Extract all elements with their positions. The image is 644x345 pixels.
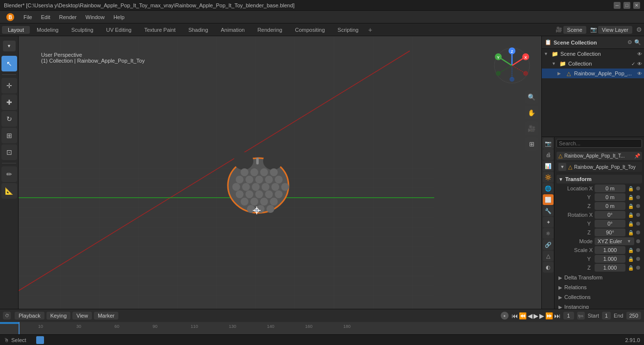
tab-sculpting[interactable]: Sculpting <box>66 26 99 34</box>
delta-transform-header[interactable]: ▶ Delta Transform <box>556 274 642 281</box>
current-frame-input[interactable]: 1 <box>563 312 574 320</box>
render-menu[interactable]: Render <box>55 13 81 21</box>
outliner-search-icon[interactable]: 🔍 <box>634 39 641 46</box>
scale-z-lock[interactable]: 🔒 <box>627 265 634 271</box>
ortho-perspective-button[interactable]: ⊞ <box>525 137 538 151</box>
view-layer-selector[interactable]: View Layer <box>598 26 632 34</box>
outliner-scene-collection[interactable]: ▼ 📁 Scene Collection 👁 <box>542 49 644 59</box>
scale-y-value[interactable]: 1.000 <box>595 255 625 263</box>
location-y-lock[interactable]: 🔒 <box>627 195 634 200</box>
scale-tool[interactable]: ⊞ <box>1 128 17 143</box>
location-z-value[interactable]: 0 m <box>595 202 625 210</box>
record-button[interactable]: ● <box>501 312 509 320</box>
scene-props-tab[interactable]: 🔆 <box>543 172 554 183</box>
outliner-rainbow-apple[interactable]: ▶ △ Rainbow_Apple_Pop_... 👁 <box>542 69 644 78</box>
particles-props-tab[interactable]: ✦ <box>543 217 554 228</box>
location-y-keyframe[interactable] <box>636 195 640 199</box>
modifier-props-tab[interactable]: 🔧 <box>543 206 554 216</box>
rotation-y-value[interactable]: 0° <box>595 220 625 228</box>
location-x-lock[interactable]: 🔒 <box>627 186 634 191</box>
output-props-tab[interactable]: 🖨 <box>543 149 554 160</box>
play-button[interactable]: ▶ <box>533 312 538 320</box>
annotate-tool[interactable]: ✏ <box>1 166 17 182</box>
file-menu[interactable]: File <box>20 13 36 21</box>
zoom-in-button[interactable]: 🔍 <box>525 90 538 104</box>
constraints-props-tab[interactable]: 🔗 <box>543 239 554 250</box>
timeline-track[interactable]: 10 30 60 90 110 130 140 160 180 <box>0 322 644 335</box>
pan-button[interactable]: ✋ <box>525 106 538 119</box>
select-tool[interactable]: ↖ <box>1 56 17 71</box>
move-tool[interactable]: ✚ <box>1 94 17 110</box>
jump-start-button[interactable]: ⏮ <box>511 312 518 320</box>
render-props-tab[interactable]: 📷 <box>543 138 554 149</box>
help-menu[interactable]: Help <box>110 13 129 21</box>
data-props-tab[interactable]: △ <box>543 251 554 261</box>
tab-rendering[interactable]: Rendering <box>251 26 288 34</box>
rainbow-apple-visible[interactable]: 👁 <box>637 71 642 76</box>
view-layer-props-tab[interactable]: 📊 <box>543 161 554 171</box>
rotation-x-lock[interactable]: 🔒 <box>627 212 634 218</box>
outliner-filter-icon[interactable]: ⚙ <box>627 39 632 46</box>
measure-tool[interactable]: 📐 <box>1 183 17 199</box>
timeline-view-menu[interactable]: View <box>72 312 92 320</box>
edit-menu[interactable]: Edit <box>37 13 54 21</box>
window-menu[interactable]: Window <box>82 13 109 21</box>
tab-animation[interactable]: Animation <box>215 26 251 34</box>
location-x-keyframe[interactable] <box>636 186 640 190</box>
scale-z-value[interactable]: 1.000 <box>595 264 625 272</box>
object-props-tab[interactable]: ⬜ <box>543 194 554 205</box>
timeline-marker-menu[interactable]: Marker <box>94 312 118 320</box>
next-frame-button[interactable]: ⏩ <box>545 312 553 320</box>
timeline-cursor[interactable] <box>19 322 20 335</box>
rotation-x-keyframe[interactable] <box>636 213 640 217</box>
world-props-tab[interactable]: 🌐 <box>543 183 554 194</box>
viewport[interactable]: Object Mode View Select Add Object ⬡ ⊕ 🔲… <box>19 36 541 345</box>
rotation-x-value[interactable]: 0° <box>595 211 625 219</box>
mode-keyframe[interactable] <box>636 239 640 243</box>
location-z-lock[interactable]: 🔒 <box>627 204 634 209</box>
next-keyframe-button[interactable]: ▶ <box>539 312 544 320</box>
cursor-tool[interactable]: ✛ <box>1 78 17 93</box>
scale-x-keyframe[interactable] <box>636 248 640 252</box>
location-z-keyframe[interactable] <box>636 204 640 208</box>
scale-x-lock[interactable]: 🔒 <box>627 248 634 253</box>
scene-selector[interactable]: Scene <box>563 26 586 34</box>
timeline-panel-icon[interactable]: ⏱ <box>3 312 11 320</box>
rotation-z-lock[interactable]: 🔒 <box>627 230 634 235</box>
physics-props-tab[interactable]: ⚛ <box>543 228 554 239</box>
timeline-playback-menu[interactable]: Playback <box>15 312 44 320</box>
rotation-y-lock[interactable]: 🔒 <box>627 221 634 227</box>
mode-selector[interactable]: ▼ <box>3 41 16 51</box>
collection-visible[interactable]: 👁 <box>637 61 642 67</box>
camera-view-button[interactable]: 🎥 <box>525 121 538 135</box>
material-props-tab[interactable]: ◐ <box>543 262 554 273</box>
start-frame-input[interactable]: 1 <box>602 312 611 320</box>
scale-x-value[interactable]: 1.000 <box>595 246 625 254</box>
rotation-mode-select[interactable]: XYZ Euler ▼ <box>595 237 634 245</box>
blender-menu[interactable]: B <box>2 12 19 23</box>
properties-search[interactable] <box>556 139 642 148</box>
collection-check[interactable]: ✓ <box>631 61 635 67</box>
tab-scripting[interactable]: Scripting <box>332 26 364 34</box>
filter-icon[interactable]: ⚙ <box>636 26 642 33</box>
minimize-button[interactable]: ─ <box>614 2 621 9</box>
outliner-collection[interactable]: ▼ 📁 Collection ✓ 👁 <box>542 59 644 69</box>
scene-collection-visible[interactable]: 👁 <box>637 51 642 57</box>
rotation-z-value[interactable]: 90° <box>595 229 625 236</box>
rotate-tool[interactable]: ↻ <box>1 111 17 127</box>
transform-header[interactable]: ▼ Transform <box>556 175 642 184</box>
prev-keyframe-button[interactable]: ◀ <box>528 312 533 320</box>
timeline-keying-menu[interactable]: Keying <box>46 312 71 320</box>
collections-header[interactable]: ▶ Collections <box>556 293 642 301</box>
mesh-dropdown[interactable]: ▼ <box>558 163 566 171</box>
add-workspace-button[interactable]: + <box>365 25 375 35</box>
tab-texture-paint[interactable]: Texture Paint <box>138 26 181 34</box>
location-x-value[interactable]: 0 m <box>595 184 625 192</box>
scale-y-keyframe[interactable] <box>636 257 640 261</box>
relations-header[interactable]: ▶ Relations <box>556 283 642 291</box>
scale-z-keyframe[interactable] <box>636 266 640 270</box>
prev-frame-button[interactable]: ⏪ <box>519 312 527 320</box>
jump-end-button[interactable]: ⏭ <box>554 312 560 320</box>
rotation-z-keyframe[interactable] <box>636 230 640 234</box>
tab-compositing[interactable]: Compositing <box>289 26 331 34</box>
